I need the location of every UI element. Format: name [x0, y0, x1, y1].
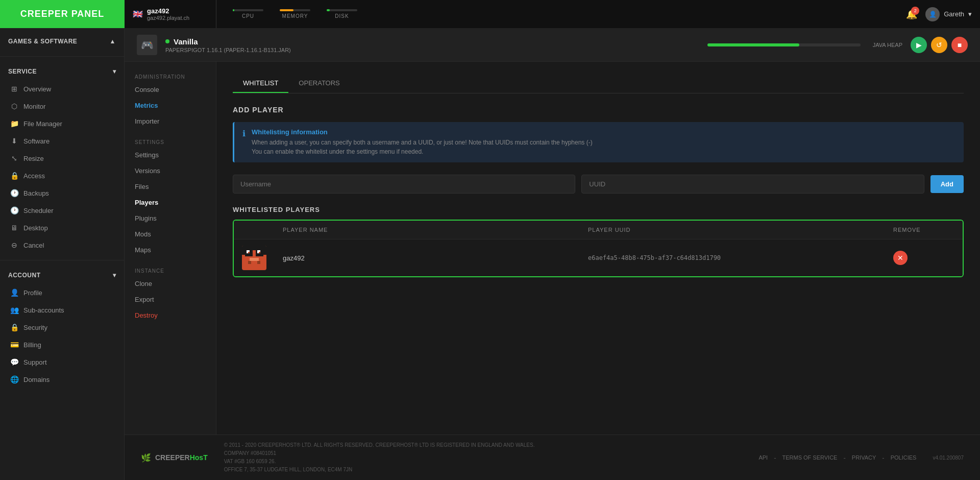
sidebar-service-header[interactable]: SERVICE ▾ [0, 63, 124, 80]
admin-item-console[interactable]: Console [125, 82, 216, 98]
whitelisted-title: WHITELISTED PLAYERS [233, 206, 964, 213]
notifications-button[interactable]: 🔔 2 [906, 9, 917, 20]
disk-bar-container [327, 9, 357, 11]
player-avatar [242, 246, 266, 270]
sidebar-item-security[interactable]: 🔒 Security [0, 319, 124, 336]
username-input[interactable] [233, 175, 575, 194]
main-content: WHITELIST OPERATORS ADD PLAYER ℹ Whiteli… [216, 62, 980, 435]
remove-button[interactable]: ✕ [893, 251, 908, 265]
security-icon: 🔒 [10, 323, 18, 331]
admin-item-clone[interactable]: Clone [125, 276, 216, 292]
sidebar-item-backups[interactable]: 🕐 Backups [0, 184, 124, 202]
admin-section-admin-label: ADMINISTRATION [125, 70, 216, 82]
player-name: gaz492 [283, 254, 588, 262]
admin-item-maps[interactable]: Maps [125, 242, 216, 258]
admin-item-export[interactable]: Export [125, 292, 216, 307]
sidebar-item-billing[interactable]: 💳 Billing [0, 336, 124, 353]
info-icon: ℹ [242, 129, 246, 156]
app-name: CREEPER PANEL [20, 9, 105, 19]
admin-item-plugins[interactable]: Plugins [125, 210, 216, 226]
tabs-row: WHITELIST OPERATORS [233, 74, 964, 93]
remove-cell: ✕ [893, 251, 954, 265]
memory-bar-container [280, 9, 310, 11]
admin-item-settings[interactable]: Settings [125, 147, 216, 163]
sidebar-item-file-manager[interactable]: 📁 File Manager [0, 115, 124, 132]
sidebar-item-profile[interactable]: 👤 Profile [0, 284, 124, 301]
stop-button[interactable]: ■ [951, 37, 968, 53]
sidebar-item-software[interactable]: ⬇ Software [0, 132, 124, 150]
sidebar-item-scheduler[interactable]: 🕐 Scheduler [0, 202, 124, 219]
col-player-name: PLAYER NAME [283, 227, 588, 233]
footer-link-terms[interactable]: TERMS OF SERVICE [782, 454, 837, 461]
footer-link-privacy[interactable]: PRIVACY [852, 454, 876, 461]
admin-item-importer[interactable]: Importer [125, 113, 216, 129]
admin-item-files[interactable]: Files [125, 179, 216, 195]
sidebar-item-label: Resize [23, 155, 44, 162]
add-button[interactable]: Add [930, 175, 964, 193]
footer-link-api[interactable]: API [758, 454, 768, 461]
svg-rect-5 [248, 252, 250, 253]
sidebar-item-cancel[interactable]: ⊖ Cancel [0, 236, 124, 254]
admin-item-mods[interactable]: Mods [125, 226, 216, 242]
page-body: ADMINISTRATION Console Metrics Importer … [125, 62, 980, 435]
user-area[interactable]: 👤 Gareth ▾ [925, 7, 972, 21]
server-status-row: Vanilla [165, 37, 689, 46]
logo-area: CREEPER PANEL [0, 0, 125, 28]
sidebar-item-desktop[interactable]: 🖥 Desktop [0, 219, 124, 236]
add-player-title: ADD PLAYER [233, 106, 964, 114]
server-selector[interactable]: 🇬🇧 gaz492 gaz492.playat.ch [125, 0, 216, 28]
footer-logo-text: CREEPERHosT [155, 453, 208, 462]
sidebar-item-resize[interactable]: ⤡ Resize [0, 150, 124, 167]
server-name: gaz492 [147, 7, 189, 15]
footer: 🌿 CREEPERHosT © 2011 - 2020 CREEPERHOST®… [125, 435, 980, 480]
disk-stat: DISK [327, 9, 357, 19]
admin-item-destroy[interactable]: Destroy [125, 307, 216, 323]
monitor-icon: ⬡ [10, 102, 18, 110]
cpu-label: CPU [242, 13, 254, 19]
sidebar-games-header[interactable]: GAMES & SOFTWARE ▲ [0, 33, 124, 50]
admin-item-versions[interactable]: Versions [125, 163, 216, 179]
sidebar-item-label: Billing [23, 341, 41, 349]
sidebar-item-access[interactable]: 🔒 Access [0, 167, 124, 184]
footer-sep-2: - [843, 454, 845, 462]
disk-label: DISK [335, 13, 349, 19]
sidebar-item-domains[interactable]: 🌐 Domains [0, 371, 124, 388]
domains-icon: 🌐 [10, 375, 18, 383]
sidebar-item-label: Software [23, 137, 50, 145]
scheduler-icon: 🕐 [10, 206, 18, 214]
table-row: gaz492 e6aef4a5-48b8-475b-af37-c64d813d1… [234, 239, 963, 276]
tab-whitelist[interactable]: WHITELIST [233, 74, 288, 93]
admin-item-players[interactable]: Players [125, 195, 216, 210]
admin-item-metrics[interactable]: Metrics [125, 98, 216, 113]
player-avatar-svg [242, 246, 266, 270]
sidebar-item-overview[interactable]: ⊞ Overview [0, 80, 124, 98]
sidebar-item-support[interactable]: 💬 Support [0, 353, 124, 371]
server-flag: 🇬🇧 [133, 9, 143, 19]
svg-rect-8 [248, 261, 251, 264]
cpu-stat: CPU [233, 9, 263, 19]
divider-2 [0, 260, 124, 260]
restart-button[interactable]: ↺ [931, 37, 947, 53]
sidebar-item-label: Security [23, 324, 47, 331]
footer-sep-1: - [774, 454, 776, 462]
sidebar-games-label: GAMES & SOFTWARE [8, 38, 77, 45]
col-player-uuid: PLAYER UUID [588, 227, 893, 233]
sidebar-item-label: Backups [23, 189, 49, 197]
uuid-input[interactable] [581, 175, 924, 194]
start-button[interactable]: ▶ [911, 37, 927, 53]
progress-bar-fill [707, 43, 799, 46]
svg-rect-6 [259, 252, 260, 253]
overview-icon: ⊞ [10, 85, 18, 93]
tab-operators[interactable]: OPERATORS [288, 74, 350, 93]
sidebar-item-monitor[interactable]: ⬡ Monitor [0, 98, 124, 115]
footer-link-policies[interactable]: POLICIES [891, 454, 917, 461]
sidebar-account-header[interactable]: ACCOUNT ▾ [0, 267, 124, 284]
sidebar-section-account: ACCOUNT ▾ 👤 Profile 👥 Sub-accounts 🔒 Sec… [0, 262, 124, 392]
svg-rect-12 [242, 246, 247, 255]
input-row: Add [233, 175, 964, 194]
sidebar-item-label: Sub-accounts [23, 306, 64, 314]
cpu-bar [233, 9, 234, 11]
cpu-bar-container [233, 9, 263, 11]
sidebar-item-label: Profile [23, 289, 42, 297]
sidebar-item-sub-accounts[interactable]: 👥 Sub-accounts [0, 301, 124, 319]
